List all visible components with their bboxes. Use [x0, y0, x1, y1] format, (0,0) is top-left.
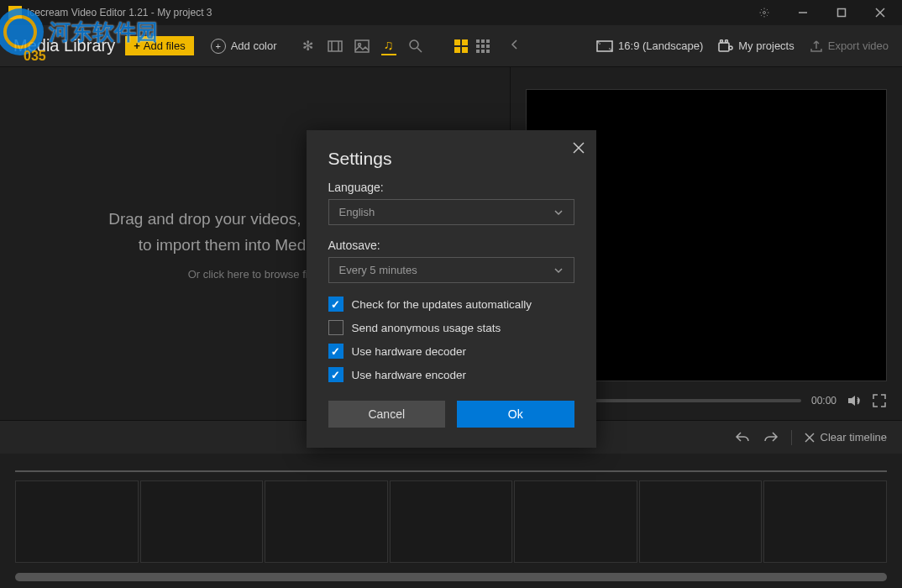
language-value: English: [339, 206, 375, 218]
checkbox-row-2[interactable]: Use hardware decoder: [328, 344, 574, 359]
dialog-title: Settings: [328, 149, 574, 169]
modal-overlay: Settings Language: English Autosave: Eve…: [0, 0, 902, 588]
checkbox-label: Use hardware encoder: [352, 369, 467, 381]
checkbox-label: Check for the updates automatically: [352, 298, 532, 311]
language-select[interactable]: English: [328, 199, 574, 225]
checkbox[interactable]: [328, 320, 343, 335]
dialog-close-button[interactable]: [573, 142, 585, 157]
checkbox-row-1[interactable]: Send anonymous usage stats: [328, 320, 574, 335]
chevron-down-icon: [553, 265, 564, 276]
autosave-select[interactable]: Every 5 minutes: [328, 257, 574, 283]
checkbox[interactable]: [328, 344, 343, 359]
checkbox-row-3[interactable]: Use hardware encoder: [328, 367, 574, 382]
checkbox-row-0[interactable]: Check for the updates automatically: [328, 297, 574, 312]
ok-button[interactable]: Ok: [457, 401, 574, 428]
autosave-value: Every 5 minutes: [339, 264, 417, 276]
checkbox[interactable]: [328, 297, 343, 312]
chevron-down-icon: [553, 207, 564, 218]
language-label: Language:: [328, 181, 574, 194]
checkbox[interactable]: [328, 367, 343, 382]
autosave-label: Autosave:: [328, 239, 574, 252]
cancel-button[interactable]: Cancel: [328, 401, 446, 428]
checkbox-label: Use hardware decoder: [352, 345, 467, 358]
checkbox-label: Send anonymous usage stats: [352, 322, 501, 334]
settings-dialog: Settings Language: English Autosave: Eve…: [307, 130, 596, 448]
